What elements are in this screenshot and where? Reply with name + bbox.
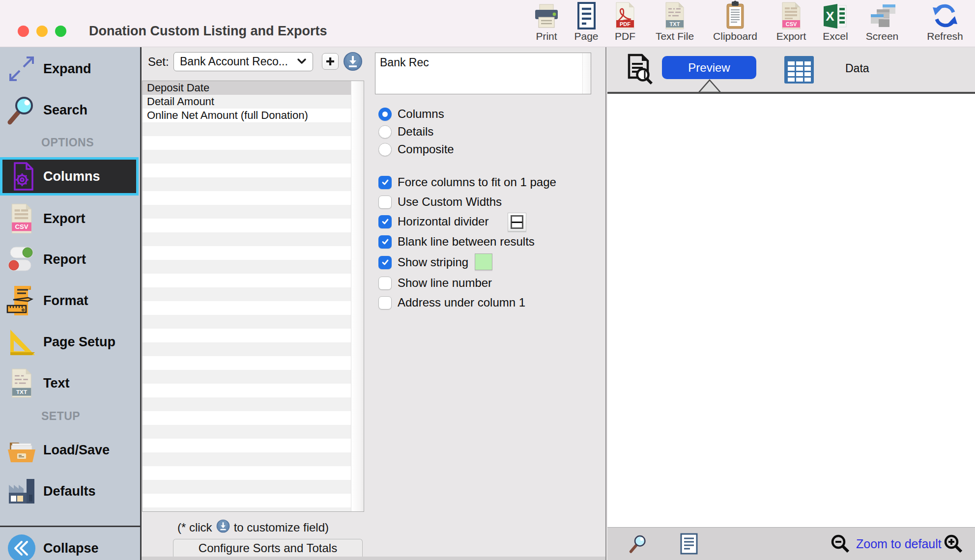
- checkbox-custom-widths[interactable]: Use Custom Widths: [378, 195, 502, 209]
- field-row[interactable]: Deposit Date: [143, 81, 351, 95]
- field-row-empty[interactable]: [143, 494, 351, 507]
- close-window-button[interactable]: [18, 26, 29, 37]
- add-set-button[interactable]: [322, 53, 339, 70]
- page-icon: [574, 2, 599, 30]
- field-row-empty[interactable]: [143, 507, 351, 512]
- toolbar-button-screen[interactable]: Screen: [855, 2, 909, 42]
- field-row-empty[interactable]: [143, 425, 351, 439]
- zoom-out-icon[interactable]: [830, 533, 851, 557]
- field-row-empty[interactable]: [143, 342, 351, 356]
- field-row-empty[interactable]: [143, 191, 351, 205]
- checkbox-address-under-column[interactable]: Address under column 1: [378, 296, 525, 309]
- radio-columns[interactable]: Columns: [378, 107, 444, 121]
- field-row-empty[interactable]: [143, 370, 351, 384]
- field-row-empty[interactable]: [143, 274, 351, 287]
- field-row-empty[interactable]: [143, 439, 351, 452]
- sidebar-item-columns[interactable]: Columns: [0, 157, 139, 196]
- field-list-scrollbar[interactable]: [351, 81, 364, 511]
- folder-icon: [0, 435, 43, 465]
- sidebar-item-page-setup[interactable]: Page Setup: [0, 324, 140, 360]
- field-row[interactable]: Online Net Amount (full Donation): [143, 109, 351, 122]
- field-row-empty[interactable]: [143, 315, 351, 329]
- data-grid-icon[interactable]: [783, 55, 815, 86]
- sidebar-item-report[interactable]: Report: [0, 242, 140, 277]
- preview-bottom-bar: Zoom to default: [607, 527, 975, 560]
- sidebar-item-expand[interactable]: Expand: [0, 51, 140, 86]
- field-row-empty[interactable]: [143, 122, 351, 136]
- screen-windows-icon: [868, 2, 896, 30]
- field-row-empty[interactable]: [143, 260, 351, 274]
- field-row-empty[interactable]: [143, 150, 351, 164]
- sidebar-item-format[interactable]: Format: [0, 283, 140, 318]
- checkbox-unchecked: [378, 196, 392, 209]
- toolbar-button-clipboard[interactable]: Clipboard: [708, 2, 762, 42]
- checkbox-horizontal-divider[interactable]: Horizontal divider: [378, 215, 488, 228]
- field-row-empty[interactable]: [143, 232, 351, 246]
- configure-sorts-totals-button[interactable]: Configure Sorts and Totals: [173, 539, 363, 557]
- field-row[interactable]: Detail Amount: [143, 95, 351, 109]
- sidebar-header-options: OPTIONS: [41, 136, 94, 149]
- download-circle-icon: [343, 52, 363, 71]
- radio-button-off: [378, 143, 392, 156]
- set-square-icon: [0, 327, 43, 357]
- txt-file-icon: TXT: [0, 368, 43, 398]
- field-row-empty[interactable]: [143, 136, 351, 150]
- report-title-input[interactable]: Bank Rec: [375, 53, 591, 94]
- field-row-empty[interactable]: [143, 452, 351, 466]
- format-page-icon: [0, 285, 43, 316]
- sidebar-item-load-save[interactable]: Load/Save: [0, 432, 140, 468]
- titlebar: Donation Custom Listing and Exports Prin…: [0, 0, 975, 47]
- field-row-empty[interactable]: [143, 177, 351, 191]
- toolbar-button-refresh[interactable]: Refresh: [918, 2, 972, 42]
- sidebar-item-defaults[interactable]: Defaults: [0, 474, 140, 509]
- minimize-window-button[interactable]: [36, 26, 48, 37]
- toolbar-button-text-file[interactable]: TXT Text File: [648, 2, 702, 42]
- field-row-empty[interactable]: [143, 411, 351, 425]
- field-row-empty[interactable]: [143, 329, 351, 342]
- tab-preview[interactable]: Preview: [662, 56, 756, 79]
- field-row-empty[interactable]: [143, 356, 351, 370]
- field-row-empty[interactable]: [143, 219, 351, 232]
- divider-style-button[interactable]: [508, 213, 526, 231]
- field-row-empty[interactable]: [143, 480, 351, 494]
- field-row-empty[interactable]: [143, 246, 351, 260]
- field-row-empty[interactable]: [143, 205, 351, 219]
- field-row-empty[interactable]: [143, 466, 351, 480]
- magnifier-icon[interactable]: [628, 533, 649, 556]
- checkbox-show-striping[interactable]: Show striping: [378, 255, 468, 269]
- preview-tabbar: Preview Data: [607, 47, 975, 94]
- tab-data[interactable]: Data: [845, 62, 869, 75]
- page-outline-icon[interactable]: [680, 533, 698, 557]
- title-scrollbar[interactable]: [582, 53, 591, 94]
- zoom-to-default-link[interactable]: Zoom to default: [856, 537, 942, 551]
- toolbar-button-excel[interactable]: X Excel: [808, 2, 862, 42]
- checkbox-force-columns[interactable]: Force columns to fit on 1 page: [378, 175, 556, 189]
- sidebar-divider: [0, 526, 140, 527]
- field-row-empty[interactable]: [143, 384, 351, 397]
- checkbox-show-line-number[interactable]: Show line number: [378, 276, 492, 290]
- field-row-empty[interactable]: [143, 164, 351, 177]
- checkbox-checked: [378, 215, 392, 228]
- chevron-down-icon: [297, 57, 307, 66]
- collapse-chevrons-icon: [0, 533, 43, 560]
- field-row-empty[interactable]: [143, 287, 351, 301]
- field-set-dropdown[interactable]: Bank Account Reco...: [173, 52, 313, 71]
- sidebar-item-text[interactable]: TXT Text: [0, 365, 140, 401]
- field-row-empty[interactable]: [143, 301, 351, 315]
- expand-arrows-icon: [0, 53, 43, 84]
- sidebar-item-collapse[interactable]: Collapse: [0, 531, 140, 560]
- excel-x-badge: X: [826, 9, 834, 24]
- toggles-icon: [0, 244, 43, 275]
- zoom-in-icon[interactable]: [943, 533, 964, 557]
- checkbox-blank-line[interactable]: Blank line between results: [378, 235, 535, 249]
- toolbar-button-pdf[interactable]: PDF PDF: [598, 2, 652, 42]
- customize-set-button[interactable]: [343, 52, 363, 71]
- stripe-color-swatch[interactable]: [475, 253, 492, 270]
- sidebar-item-export[interactable]: CSV Export: [0, 201, 140, 236]
- sidebar-item-search[interactable]: Search: [0, 92, 140, 128]
- field-row-empty[interactable]: [143, 397, 351, 411]
- radio-details[interactable]: Details: [378, 125, 433, 139]
- customize-hint: (* click to customize field): [142, 519, 364, 536]
- zoom-window-button[interactable]: [55, 26, 66, 37]
- radio-composite[interactable]: Composite: [378, 142, 454, 156]
